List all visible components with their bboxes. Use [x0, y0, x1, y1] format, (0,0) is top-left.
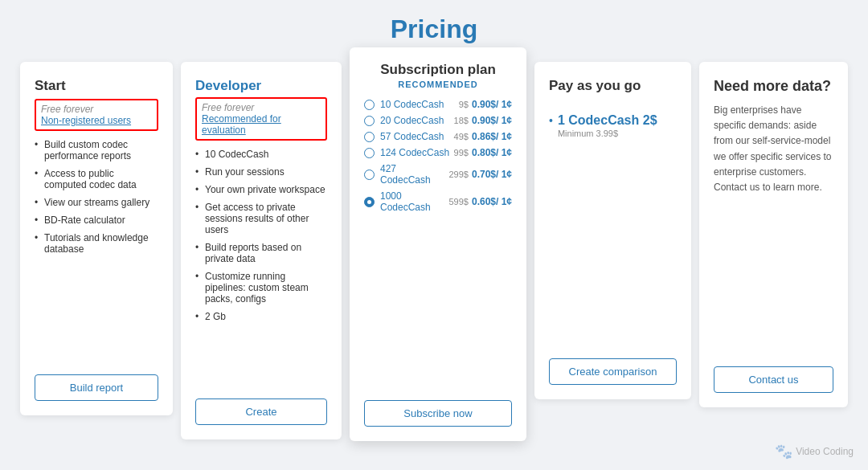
- option-5-orig: 299$: [448, 170, 468, 179]
- paygo-title: Pay as you go: [549, 78, 677, 94]
- option-3-orig: 49$: [454, 132, 469, 141]
- paygo-cash-row: • 1 CodecCash 2$ Minimum 3.99$: [549, 113, 677, 138]
- subscription-option-1[interactable]: 10 CodecCash 9$ 0.90$/ 1¢: [364, 99, 512, 110]
- card-enterprise: Need more data? Big enterprises have spe…: [699, 62, 848, 407]
- start-title: Start: [35, 78, 158, 94]
- paygo-minimum: Minimum 3.99$: [558, 129, 657, 138]
- developer-feature-6: Customize running pipelines: custom stea…: [195, 271, 327, 304]
- option-1-new: 0.90$/ 1¢: [472, 99, 512, 110]
- option-4-orig: 99$: [454, 148, 469, 157]
- subscription-options: 10 CodecCash 9$ 0.90$/ 1¢ 20 CodecCash 1…: [364, 99, 512, 218]
- radio-2[interactable]: [364, 116, 375, 126]
- option-2-orig: 18$: [454, 116, 469, 125]
- watermark-text: Video Coding: [796, 446, 854, 457]
- enterprise-body: Big enterprises have specific demands: a…: [714, 103, 833, 276]
- start-free-label: Free forever: [41, 104, 152, 115]
- option-4-new: 0.80$/ 1¢: [472, 147, 512, 158]
- paygo-cash-price: 2$: [643, 113, 657, 127]
- radio-5[interactable]: [364, 170, 375, 180]
- cards-container: Start Free forever Non-registered users …: [0, 62, 868, 441]
- start-feature-3: View our streams gallery: [35, 197, 158, 208]
- option-3-name: 57 CodecCash: [380, 131, 454, 142]
- option-5-new: 0.70$/ 1¢: [472, 169, 512, 180]
- enterprise-title: Need more data?: [714, 78, 833, 95]
- contact-us-button[interactable]: Contact us: [714, 366, 833, 393]
- developer-free-label: Free forever: [202, 102, 321, 113]
- developer-title: Developer: [195, 78, 327, 94]
- paygo-cash-info: 1 CodecCash 2$ Minimum 3.99$: [558, 113, 657, 138]
- option-6-new: 0.60$/ 1¢: [472, 196, 512, 207]
- subscription-recommended: RECOMMENDED: [364, 80, 512, 89]
- subscription-option-2[interactable]: 20 CodecCash 18$ 0.90$/ 1¢: [364, 115, 512, 126]
- subscription-option-3[interactable]: 57 CodecCash 49$ 0.86$/ 1¢: [364, 131, 512, 142]
- start-features: Build custom codec performance reports A…: [35, 139, 158, 362]
- developer-feature-7: 2 Gb: [195, 311, 327, 322]
- option-2-name: 20 CodecCash: [380, 115, 454, 126]
- subscribe-now-button[interactable]: Subscribe now: [364, 400, 512, 427]
- developer-feature-3: Your own private workspace: [195, 184, 327, 195]
- developer-features: 10 CodecCash Run your sessions Your own …: [195, 149, 327, 386]
- developer-feature-5: Build reports based on private data: [195, 242, 327, 264]
- subscription-title: Subscription plan: [364, 62, 512, 78]
- radio-6[interactable]: [364, 197, 375, 207]
- radio-1[interactable]: [364, 100, 375, 110]
- option-4-name: 124 CodecCash: [380, 147, 454, 158]
- start-feature-5: Tutorials and knowledge database: [35, 232, 158, 255]
- radio-4[interactable]: [364, 148, 375, 158]
- bullet-icon: •: [549, 113, 553, 129]
- developer-feature-2: Run your sessions: [195, 166, 327, 178]
- developer-recommended-label: Recommended for evaluation: [202, 113, 321, 136]
- start-feature-4: BD-Rate calculator: [35, 215, 158, 226]
- card-paygo: Pay as you go • 1 CodecCash 2$ Minimum 3…: [534, 62, 691, 399]
- build-report-button[interactable]: Build report: [35, 374, 158, 401]
- option-3-new: 0.86$/ 1¢: [472, 131, 512, 142]
- option-2-new: 0.90$/ 1¢: [472, 115, 512, 126]
- subscription-option-6[interactable]: 1000 CodecCash 599$ 0.60$/ 1¢: [364, 190, 512, 213]
- radio-3[interactable]: [364, 132, 375, 142]
- option-5-name: 427 CodecCash: [380, 163, 448, 186]
- start-user-label: Non-registered users: [41, 115, 152, 126]
- paygo-cash-section: • 1 CodecCash 2$ Minimum 3.99$: [549, 113, 677, 141]
- card-start: Start Free forever Non-registered users …: [20, 62, 173, 415]
- start-feature-1: Build custom codec performance reports: [35, 139, 158, 161]
- paygo-cash-name: 1 CodecCash 2$: [558, 113, 657, 127]
- developer-create-button[interactable]: Create: [195, 398, 327, 425]
- developer-feature-1: 10 CodecCash: [195, 149, 327, 160]
- option-6-name: 1000 CodecCash: [380, 190, 448, 213]
- developer-highlighted-box: Free forever Recommended for evaluation: [195, 97, 327, 141]
- card-subscription: Subscription plan RECOMMENDED 10 CodecCa…: [350, 47, 526, 441]
- create-comparison-button[interactable]: Create comparison: [549, 358, 677, 385]
- start-feature-2: Access to public computed codec data: [35, 168, 158, 190]
- enterprise-body-text: Big enterprises have specific demands: a…: [714, 104, 832, 193]
- option-1-orig: 9$: [459, 100, 469, 109]
- watermark: 🐾 Video Coding: [775, 443, 854, 460]
- watermark-icon: 🐾: [775, 443, 792, 460]
- developer-feature-4: Get access to private sessions results o…: [195, 202, 327, 235]
- option-1-name: 10 CodecCash: [380, 99, 459, 110]
- subscription-option-4[interactable]: 124 CodecCash 99$ 0.80$/ 1¢: [364, 147, 512, 158]
- start-highlighted-box: Free forever Non-registered users: [35, 99, 158, 131]
- subscription-option-5[interactable]: 427 CodecCash 299$ 0.70$/ 1¢: [364, 163, 512, 186]
- card-developer: Developer Free forever Recommended for e…: [181, 62, 342, 439]
- option-6-orig: 599$: [448, 197, 468, 206]
